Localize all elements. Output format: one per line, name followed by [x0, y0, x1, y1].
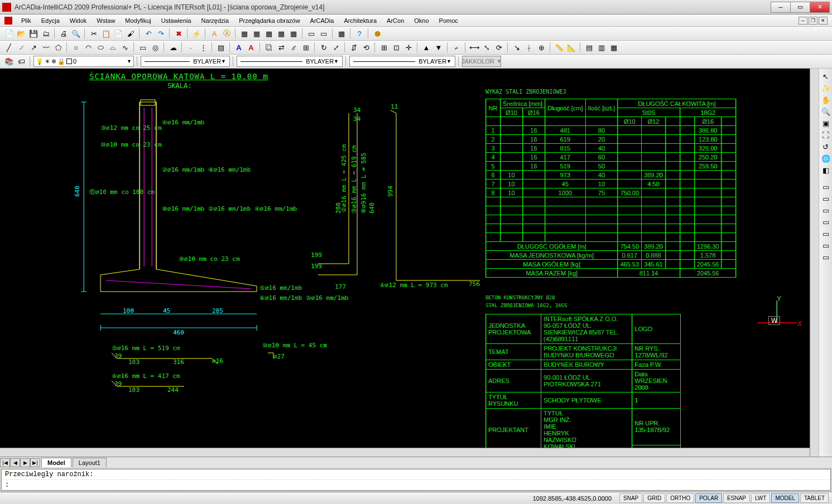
rect-icon[interactable]: ▭ [137, 42, 148, 53]
meas1-icon[interactable]: 📏 [554, 42, 565, 53]
command-input[interactable] [12, 480, 830, 490]
ellipsearc-icon[interactable]: ⌓ [107, 42, 118, 53]
leader-icon[interactable]: ↘ [511, 42, 522, 53]
redo-icon[interactable]: ↷ [155, 28, 166, 39]
menu-edycja[interactable]: Edycja [37, 16, 64, 25]
menu-plik[interactable]: Plik [17, 16, 36, 25]
new-icon[interactable]: 📄 [3, 28, 15, 39]
att-icon[interactable]: A [209, 28, 220, 39]
3dorbit-icon[interactable]: 🌐 [820, 153, 831, 164]
arc-icon[interactable]: ◠ [83, 42, 94, 53]
paste-icon[interactable]: 📄 [113, 28, 124, 39]
text-a-icon[interactable]: A [233, 42, 244, 53]
table4-icon[interactable]: ▦ [276, 28, 287, 39]
grid-icon[interactable]: ⊞ [378, 42, 389, 53]
express-icon[interactable]: ⚡ [191, 28, 202, 39]
spline-icon[interactable]: ∿ [119, 42, 131, 53]
hand-icon[interactable]: ✋ [820, 94, 831, 105]
text-aa-icon[interactable]: A [246, 42, 257, 53]
front-icon[interactable]: ▲ [421, 42, 432, 53]
toolA-icon[interactable]: ▦ [336, 28, 347, 39]
array-icon[interactable]: ⊞ [300, 42, 311, 53]
rotate3d-icon[interactable]: ⟲ [360, 42, 372, 53]
attblock-icon[interactable]: Ⓐ [221, 28, 232, 39]
menu-pomoc[interactable]: Pomoc [435, 16, 463, 25]
elem3-icon[interactable]: ▭ [820, 205, 831, 216]
tab-next-button[interactable]: ▶ [20, 458, 30, 467]
elem2-icon[interactable]: ▭ [820, 193, 831, 204]
minimize-button[interactable]: ─ [771, 2, 791, 13]
zoom-in-icon[interactable]: 🔍 [820, 106, 831, 117]
zoomext-icon[interactable]: ⛶ [820, 129, 831, 140]
table1-icon[interactable]: ▦ [239, 28, 250, 39]
mirror-icon[interactable]: ⇄ [276, 42, 287, 53]
toggle-tablet[interactable]: TABLET [800, 493, 829, 503]
circle-icon[interactable]: ○ [70, 42, 81, 53]
tool1-icon[interactable]: ▭ [306, 28, 317, 39]
copy-icon[interactable]: ⿻ [263, 42, 275, 53]
menu-arcon[interactable]: ArCon [382, 16, 408, 25]
dim1-icon[interactable]: ⟷ [469, 42, 480, 53]
elem1-icon[interactable]: ▭ [820, 181, 831, 192]
scale-icon[interactable]: ⤢ [330, 42, 342, 53]
dim3-icon[interactable]: ⟳ [493, 42, 504, 53]
menu-arcadia[interactable]: ArCADia [306, 16, 339, 25]
elem5-icon[interactable]: ▭ [820, 228, 831, 239]
donut-icon[interactable]: ◎ [150, 42, 161, 53]
drawing-canvas[interactable]: ŚCIANKA OPOROWA KĄTOWA L = 10.00 m SKALA… [0, 69, 819, 457]
vertical-scrollbar[interactable] [810, 69, 819, 457]
toggle-esnap[interactable]: ESNAP [723, 493, 750, 503]
divide-icon[interactable]: ⋮ [198, 42, 209, 53]
layers-icon[interactable]: 📚 [3, 56, 15, 67]
help-icon[interactable]: ? [354, 28, 365, 39]
copy-icon[interactable]: 📋 [100, 28, 112, 39]
table5-icon[interactable]: ▦ [288, 28, 299, 39]
menu-widok[interactable]: Widok [65, 16, 92, 25]
menu-ustawienia[interactable]: Ustawienia [157, 16, 196, 25]
toggle-ortho[interactable]: ORTHO [666, 493, 694, 503]
elem7-icon[interactable]: ▭ [820, 251, 831, 263]
zoomwin-icon[interactable]: ▣ [820, 118, 831, 129]
horizontal-scrollbar[interactable] [0, 448, 810, 457]
rotate-icon[interactable]: ↻ [318, 42, 329, 53]
tab-model[interactable]: Model [41, 458, 71, 467]
toggle-lwt[interactable]: LWT [751, 493, 770, 503]
table3-icon[interactable]: ▦ [263, 28, 275, 39]
color-combo[interactable]: JAKKOLOR ▼ [462, 56, 501, 67]
matchprops-icon[interactable]: 🖌 [125, 28, 136, 39]
xline-icon[interactable]: ⟋ [16, 42, 27, 53]
ray-icon[interactable]: ↗ [28, 42, 39, 53]
zoomprev-icon[interactable]: ↺ [820, 141, 831, 152]
revcloud-icon[interactable]: ☁ [167, 42, 179, 53]
elem4-icon[interactable]: ▭ [820, 216, 831, 227]
view1-icon[interactable]: ◧ [820, 164, 831, 176]
menu-architektura[interactable]: Architektura [339, 16, 381, 25]
layer3-icon[interactable]: ▦ [608, 42, 619, 53]
menu-narzedzia[interactable]: Narzędzia [197, 16, 234, 25]
doc-close-button[interactable]: ✕ [819, 17, 828, 25]
open-icon[interactable]: 📂 [16, 28, 27, 39]
linetype-combo-1[interactable]: BYLAYER ▼ [141, 56, 230, 67]
point-icon[interactable]: · [185, 42, 196, 53]
tab-prev-button[interactable]: ◀ [10, 458, 20, 467]
offset-icon[interactable]: ⫽ [288, 42, 299, 53]
gridsnap-icon[interactable]: ⊡ [391, 42, 402, 53]
doc-restore-button[interactable]: ❐ [809, 17, 817, 25]
tab-layout1[interactable]: Layout1 [73, 458, 107, 467]
printpreview-icon[interactable]: 🔍 [70, 28, 81, 39]
break-icon[interactable]: ⌿ [451, 42, 462, 53]
saveall-icon[interactable]: 🗂 [40, 28, 51, 39]
arcadia-icon[interactable]: ⬢ [372, 28, 383, 39]
layerstates-icon[interactable]: 🏷 [16, 56, 27, 67]
undo-icon[interactable]: ↶ [143, 28, 154, 39]
tol-icon[interactable]: ⊕ [536, 42, 547, 53]
dim2-icon[interactable]: ⤡ [481, 42, 492, 53]
tab-last-button[interactable]: ▶| [30, 458, 40, 467]
layer-combo[interactable]: 💡 ☀ ❄ 🔒 0 ▼ [33, 56, 134, 67]
doc-minimize-button[interactable]: ─ [799, 17, 807, 25]
back-icon[interactable]: ▼ [433, 42, 444, 53]
line-icon[interactable]: ╱ [3, 42, 15, 53]
linetype-combo-3[interactable]: BYLAYER ▼ [349, 56, 455, 67]
close-button[interactable]: ✕ [810, 2, 830, 13]
table2-icon[interactable]: ▦ [251, 28, 262, 39]
